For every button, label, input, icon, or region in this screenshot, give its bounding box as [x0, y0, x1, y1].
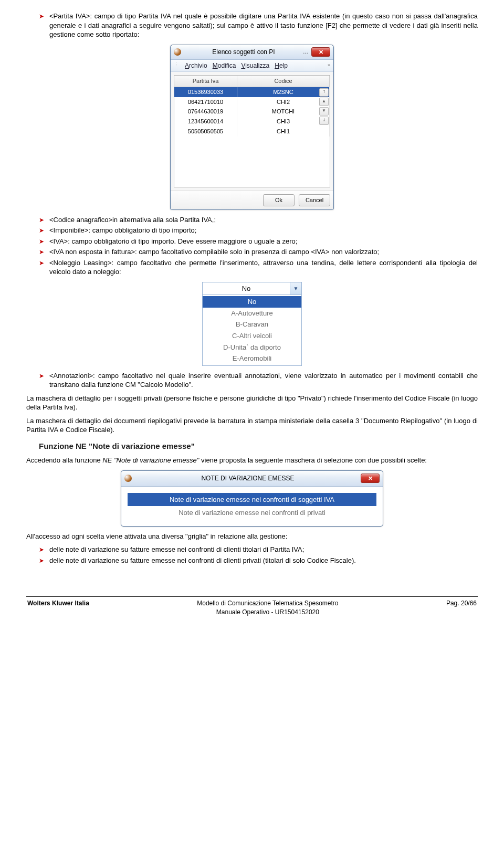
- screenshot-dropdown-noleggio: No ▼ No A-Autovetture B-Caravan C-Altri …: [26, 282, 478, 366]
- table-row[interactable]: 50505050505CHI1: [174, 127, 330, 136]
- bullet-iva-non-esposta: <IVA non esposta in fattura>: campo faco…: [39, 247, 478, 257]
- window-buttonbar: Ok Cancel: [171, 191, 333, 209]
- window-body: Partita Iva Codice 01536930033M2SNC 0642…: [171, 72, 333, 191]
- screenshot-note-variazione: NOTE DI VARIAZIONE EMESSE ✕ Note di vari…: [26, 470, 478, 527]
- dropdown-value: No: [203, 282, 290, 295]
- dropdown-option[interactable]: B-Caravan: [203, 319, 301, 330]
- section-heading-funzione-ne: Funzione NE "Note di variazione emesse": [39, 441, 478, 451]
- col-codice[interactable]: Codice: [237, 76, 330, 87]
- col-partita-iva[interactable]: Partita Iva: [174, 76, 237, 87]
- page-footer: Wolters Kluwer Italia Modello di Comunic…: [26, 597, 478, 616]
- menu-modifica[interactable]: Modifica: [213, 61, 236, 70]
- grid-header: Partita Iva Codice: [174, 76, 330, 87]
- scroll-up-icon[interactable]: ▲: [319, 98, 329, 106]
- window-note-variazione: NOTE DI VARIAZIONE EMESSE ✕ Note di vari…: [121, 470, 383, 527]
- footer-center: Modello di Comunicazione Telematica Spes…: [197, 599, 338, 616]
- table-row[interactable]: 01536930033M2SNC: [174, 87, 330, 97]
- footer-right: Pag. 20/66: [446, 599, 477, 616]
- text-span: Accedendo alla funzione: [26, 456, 102, 464]
- text-span: viene proposta la seguente maschera di s…: [199, 456, 427, 464]
- paragraph-maschera-privati: La maschera di dettaglio per i soggetti …: [26, 394, 478, 412]
- paragraph-maschera-riepilogativi: La maschera di dettaglio dei documenti r…: [26, 416, 478, 435]
- bullet-list-campi: <Codice anagrafico>in alternativa alla s…: [26, 215, 478, 277]
- menu-help[interactable]: Help: [275, 61, 288, 70]
- bullet-iva: <IVA>: campo obbligatorio di tipo import…: [39, 237, 478, 246]
- bullet-annotazioni: <Annotazioni>: campo facoltativo nel qua…: [39, 371, 478, 390]
- app-orb-icon: [174, 48, 181, 56]
- bullet-nv-piva: delle note di variazione su fatture emes…: [39, 545, 478, 554]
- window2-titlebar: NOTE DI VARIAZIONE EMESSE ✕: [121, 471, 383, 487]
- table-row[interactable]: 06421710010CHI2: [174, 97, 330, 107]
- menu-visualizza[interactable]: Visualizza: [241, 61, 269, 70]
- window2-title-text: NOTE DI VARIAZIONE EMESSE: [135, 474, 361, 482]
- bullet-list-note-variazione: delle note di variazione su fatture emes…: [26, 545, 478, 565]
- dropdown-option[interactable]: No: [203, 296, 301, 308]
- bullet-noleggio-leasing: <Noleggio Leasing>: campo facoltativo ch…: [39, 258, 478, 277]
- scroll-top-icon[interactable]: ⤒: [319, 88, 329, 97]
- bullet-list-partita-iva: <Partita IVA>: campo di tipo Partita IVA…: [26, 12, 478, 39]
- screenshot-elenco-soggetti: Elenco soggetti con PI … ✕ ⋮ Archivio Mo…: [26, 45, 478, 210]
- chevron-down-icon[interactable]: ▼: [290, 282, 301, 295]
- scroll-bottom-icon[interactable]: ⤓: [319, 117, 329, 125]
- title-ellipsis: …: [303, 48, 308, 56]
- paragraph-accedendo-funzione: Accedendo alla funzione NE "Note di vari…: [26, 456, 478, 465]
- chevron-down-icon[interactable]: »: [328, 62, 330, 68]
- window2-body: Note di variazione emesse nei confronti …: [121, 487, 383, 526]
- dropdown-option[interactable]: A-Autovetture: [203, 308, 301, 319]
- window-title-text: Elenco soggetti con PI: [184, 48, 303, 56]
- table-row[interactable]: 07644630019MOTCHI: [174, 107, 330, 117]
- bullet-list-annotazioni: <Annotazioni>: campo facoltativo nel qua…: [26, 371, 478, 390]
- table-row[interactable]: 12345600014CHI3: [174, 117, 330, 127]
- cancel-button[interactable]: Cancel: [299, 194, 330, 206]
- bullet-partita-iva: <Partita IVA>: campo di tipo Partita IVA…: [39, 12, 478, 39]
- bullet-codice-anagrafico: <Codice anagrafico>in alternativa alla s…: [39, 215, 478, 225]
- window-menubar: ⋮ Archivio Modifica Visualizza Help »: [171, 60, 333, 72]
- italic-span: NE "Note di variazione emesse": [102, 456, 199, 464]
- close-button[interactable]: ✕: [311, 47, 330, 57]
- close-button[interactable]: ✕: [361, 474, 380, 483]
- option-soggetti-iva[interactable]: Note di variazione emesse nei confronti …: [128, 493, 376, 507]
- bullet-imponibile: <Imponibile>: campo obbligatorio di tipo…: [39, 226, 478, 235]
- bullet-nv-privati: delle note di variazione su fatture emes…: [39, 556, 478, 565]
- dropdown-option[interactable]: C-Altri veicoli: [203, 330, 301, 342]
- dropdown-option[interactable]: E-Aeromobili: [203, 353, 301, 364]
- dropdown-list: No A-Autovetture B-Caravan C-Altri veico…: [203, 295, 301, 365]
- scroll-down-icon[interactable]: ▼: [319, 107, 329, 115]
- menu-archivio[interactable]: Archivio: [185, 61, 207, 70]
- grid-scroll-buttons: ⤒ ▲ ▼ ⤓: [319, 88, 329, 125]
- ok-button[interactable]: Ok: [263, 194, 295, 206]
- grid-soggetti: Partita Iva Codice 01536930033M2SNC 0642…: [174, 75, 330, 187]
- option-privati[interactable]: Note di variazione emesse nei confronti …: [128, 506, 376, 520]
- app-orb-icon: [124, 475, 132, 482]
- dropdown-selected[interactable]: No ▼: [203, 282, 301, 296]
- footer-left: Wolters Kluwer Italia: [27, 599, 89, 616]
- window-elenco-soggetti: Elenco soggetti con PI … ✕ ⋮ Archivio Mo…: [170, 45, 334, 210]
- grid-rows: 01536930033M2SNC 06421710010CHI2 0764463…: [174, 87, 330, 187]
- menu-grip-icon: ⋮: [174, 61, 178, 70]
- dropdown-noleggio[interactable]: No ▼ No A-Autovetture B-Caravan C-Altri …: [202, 282, 302, 366]
- paragraph-accesso-scelta: All'accesso ad ogni scelta viene attivat…: [26, 532, 478, 541]
- window-titlebar: Elenco soggetti con PI … ✕: [171, 45, 333, 60]
- dropdown-option[interactable]: D-Unita` da diporto: [203, 342, 301, 353]
